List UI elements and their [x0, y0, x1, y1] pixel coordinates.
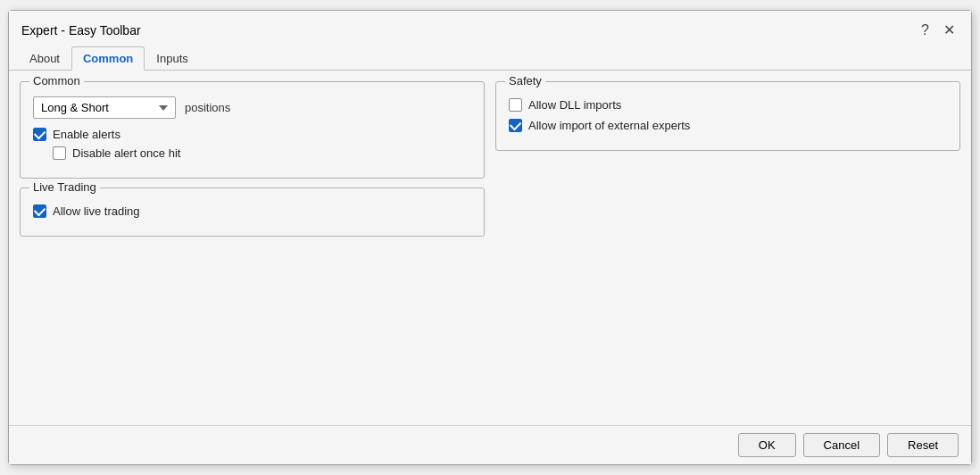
footer: OK Cancel Reset [9, 425, 971, 464]
allow-live-label: Allow live trading [53, 204, 140, 218]
common-group-label: Common [29, 74, 84, 88]
allow-dll-label: Allow DLL imports [528, 98, 621, 112]
title-controls: ? ✕ [918, 20, 959, 40]
live-trading-group: Live Trading Allow live trading [20, 188, 485, 237]
content-area: Common Long & Short Long Only Short Only… [9, 71, 971, 425]
enable-alerts-row: Enable alerts [33, 128, 471, 141]
tab-about[interactable]: About [18, 46, 71, 71]
allow-live-row: Allow live trading [33, 204, 471, 218]
cancel-button[interactable]: Cancel [803, 433, 880, 457]
allow-import-checkbox[interactable] [509, 119, 522, 132]
live-trading-group-label: Live Trading [29, 180, 100, 194]
help-button[interactable]: ? [918, 21, 933, 40]
enable-alerts-checkbox[interactable] [33, 128, 46, 141]
disable-alert-row: Disable alert once hit [53, 146, 471, 160]
select-row: Long & Short Long Only Short Only positi… [33, 96, 471, 119]
disable-alert-checkbox[interactable] [53, 146, 66, 160]
disable-alert-label: Disable alert once hit [72, 146, 180, 160]
allow-dll-row: Allow DLL imports [509, 98, 947, 112]
safety-group: Safety Allow DLL imports Allow import of… [495, 81, 960, 151]
allow-live-checkbox[interactable] [33, 204, 46, 218]
title-bar: Expert - Easy Toolbar ? ✕ [9, 11, 971, 40]
ok-button[interactable]: OK [738, 433, 796, 457]
reset-button[interactable]: Reset [887, 433, 959, 457]
allow-dll-checkbox[interactable] [509, 98, 522, 112]
position-select[interactable]: Long & Short Long Only Short Only [33, 96, 176, 119]
tab-common[interactable]: Common [71, 46, 145, 71]
tabs-bar: About Common Inputs [9, 40, 971, 71]
dialog-title: Expert - Easy Toolbar [21, 23, 141, 38]
right-panel: Safety Allow DLL imports Allow import of… [495, 81, 960, 414]
dialog: Expert - Easy Toolbar ? ✕ About Common I… [8, 10, 972, 465]
positions-label: positions [185, 101, 230, 114]
enable-alerts-label: Enable alerts [53, 128, 120, 141]
tab-inputs[interactable]: Inputs [145, 46, 199, 71]
allow-import-label: Allow import of external experts [528, 119, 690, 132]
common-group: Common Long & Short Long Only Short Only… [20, 81, 485, 179]
safety-group-label: Safety [505, 74, 545, 88]
left-panel: Common Long & Short Long Only Short Only… [20, 81, 485, 414]
close-button[interactable]: ✕ [940, 20, 959, 40]
allow-import-row: Allow import of external experts [509, 119, 947, 132]
